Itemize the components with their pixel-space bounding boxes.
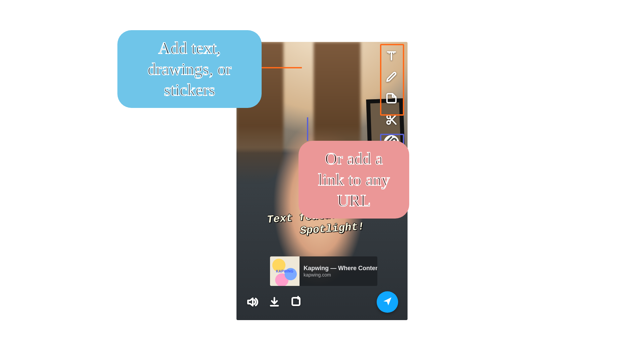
send-button[interactable]: [377, 291, 398, 313]
save-button[interactable]: [268, 296, 281, 308]
link-thumbnail: KAPWING: [270, 256, 300, 286]
send-icon: [382, 296, 393, 308]
attached-link-card[interactable]: KAPWING Kapwing — Where Content Creation…: [270, 256, 377, 286]
link-annotation-callout: Or add a link to any URL: [299, 141, 409, 219]
pencil-icon: [385, 70, 398, 85]
link-url: kapwing.com: [304, 272, 377, 278]
draw-tool[interactable]: [385, 71, 398, 84]
sticker-icon: [385, 92, 398, 106]
scissors-icon: [385, 113, 398, 128]
link-card-text: Kapwing — Where Content Creation Happ… k…: [300, 262, 377, 281]
tools-annotation-connector: [262, 67, 302, 68]
download-icon: [268, 304, 281, 309]
sticker-tool[interactable]: [385, 92, 398, 106]
sound-toggle[interactable]: [246, 296, 259, 308]
link-annotation-connector: [307, 117, 308, 141]
add-to-story-icon: [290, 304, 303, 309]
add-to-story-button[interactable]: [290, 296, 303, 308]
link-thumb-brand: KAPWING: [276, 269, 293, 273]
link-title: Kapwing — Where Content Creation Happ…: [304, 265, 377, 272]
bottom-action-bar: [236, 291, 408, 313]
text-tool[interactable]: [385, 49, 398, 63]
text-icon: [385, 49, 398, 63]
tools-annotation-callout: Add text, drawings, or stickers: [117, 30, 262, 108]
scissors-tool[interactable]: [385, 114, 398, 127]
sound-icon: [246, 304, 259, 309]
